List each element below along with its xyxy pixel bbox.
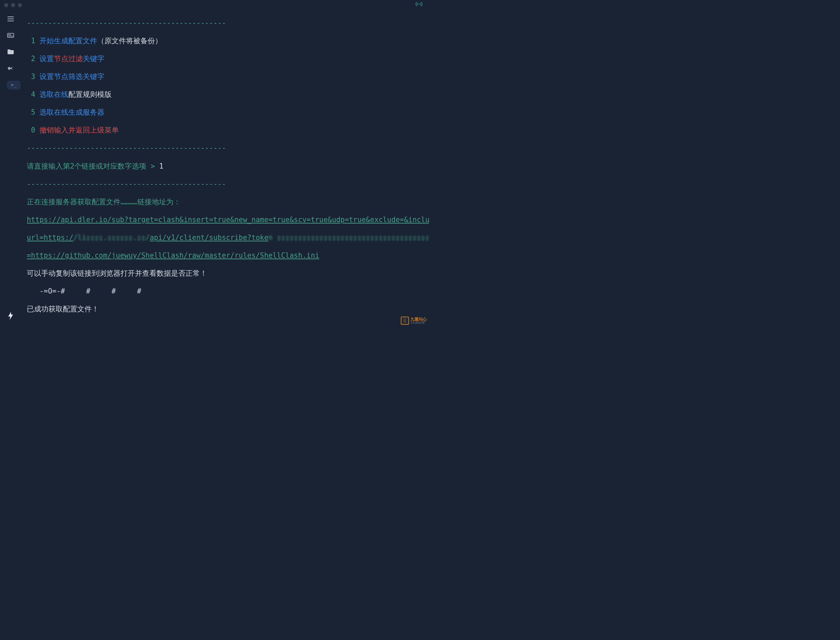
sidebar <box>0 8 21 327</box>
terminal-output[interactable]: ----------------------------------------… <box>21 8 429 327</box>
watermark-title: 九重问心 <box>410 317 427 322</box>
broadcast-icon[interactable] <box>415 0 425 9</box>
menu-item: 3 设置节点筛选关键字 <box>27 72 426 81</box>
status-text: 已成功获取配置文件！ <box>27 304 426 314</box>
terminal-tab-label: >_ <box>11 82 17 88</box>
divider: ----------------------------------------… <box>27 322 426 327</box>
folder-icon[interactable] <box>7 48 14 56</box>
user-input: 1 <box>159 162 163 170</box>
close-icon[interactable] <box>4 3 8 7</box>
url-line: https://api.dler.io/sub?target=clash&ins… <box>27 215 426 224</box>
svg-point-0 <box>418 3 419 5</box>
minimize-icon[interactable] <box>11 3 15 7</box>
svg-rect-4 <box>8 33 14 37</box>
divider: ----------------------------------------… <box>27 19 426 27</box>
svg-point-6 <box>10 34 11 35</box>
progress-line: -=O=-# # # # <box>27 287 426 296</box>
svg-point-5 <box>9 34 9 35</box>
terminal-tab[interactable]: >_ <box>7 81 21 90</box>
menu-item: 1 开始生成配置文件（原文件将被备份） <box>27 37 426 45</box>
menu-item: 4 选取在线配置规则模版 <box>27 90 426 99</box>
watermark-icon: ᚺ <box>401 317 409 325</box>
window-controls <box>4 1 22 7</box>
watermark-sub: JiuHuCN <box>410 322 427 325</box>
maximize-icon[interactable] <box>18 3 22 7</box>
menu-item: 2 设置节点过滤关键字 <box>27 54 426 63</box>
status-text: 正在连接服务器获取配置文件…………链接地址为： <box>27 197 426 206</box>
menu-item: 5 选取在线生成服务器 <box>27 108 426 117</box>
titlebar <box>0 0 429 8</box>
divider: ----------------------------------------… <box>27 144 426 152</box>
app-window: >_ -------------------------------------… <box>0 0 429 327</box>
hint-text: 可以手动复制该链接到浏览器打开并查看数据是否正常！ <box>27 269 426 278</box>
watermark: ᚺ 九重问心 JiuHuCN <box>401 317 427 325</box>
url-line: url=https://li▯▯▯▯.▯▯▯▯▯▯.▯▯/api/v1/clie… <box>27 233 426 242</box>
quick-action-icon[interactable] <box>4 309 18 323</box>
prompt-line: 请直接输入第2个链接或对应数字选项 > 1 <box>27 162 426 171</box>
menu-item: 0 撤销输入并返回上级菜单 <box>27 126 426 134</box>
server-icon[interactable] <box>7 32 14 39</box>
url-line: =https://github.com/juewuy/ShellClash/ra… <box>27 251 426 260</box>
menu-icon[interactable] <box>7 15 14 22</box>
send-icon[interactable] <box>7 64 14 72</box>
divider: ----------------------------------------… <box>27 179 426 189</box>
